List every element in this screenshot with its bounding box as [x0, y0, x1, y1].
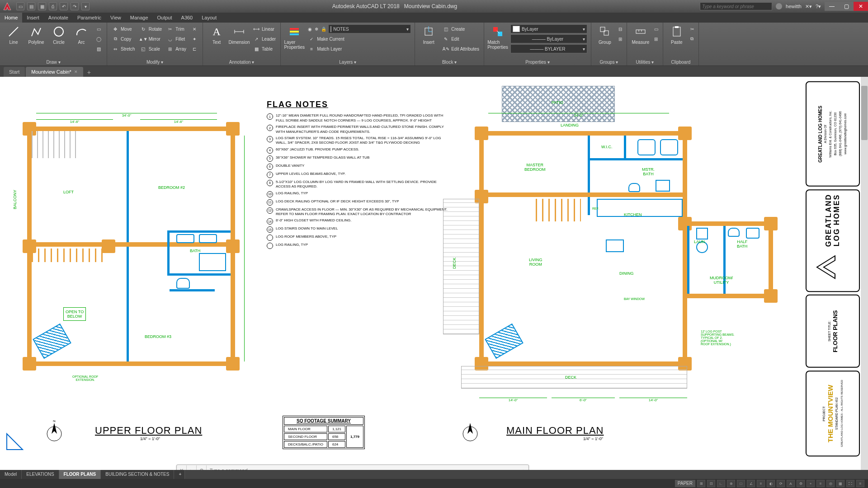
status-lwt-icon[interactable]: ≡: [757, 480, 765, 487]
qat-save-icon[interactable]: ▦: [38, 2, 46, 10]
status-annoscale-icon[interactable]: A: [787, 480, 795, 487]
panel-modify-title[interactable]: Modify ▾: [111, 59, 199, 66]
qat-open-icon[interactable]: ▤: [27, 2, 35, 10]
trim-button[interactable]: ✂Trim: [165, 24, 187, 33]
status-transparency-icon[interactable]: ◐: [767, 480, 775, 487]
help-search-input[interactable]: [700, 2, 772, 10]
ungroup-button[interactable]: ⊟: [618, 24, 623, 33]
arc-button[interactable]: Arc: [71, 24, 91, 45]
create-block-button[interactable]: ◫Create: [441, 24, 480, 33]
status-snap-icon[interactable]: ⊡: [707, 480, 715, 487]
move-button[interactable]: ✥Move: [111, 24, 136, 33]
panel-utilities-title[interactable]: Utilities ▾: [631, 59, 659, 66]
cut-button[interactable]: ✂: [689, 24, 695, 33]
qat-dropdown-icon[interactable]: ▾: [81, 2, 90, 10]
line-button[interactable]: Line: [4, 24, 24, 45]
status-clean-icon[interactable]: ⛶: [846, 480, 854, 487]
maximize-button[interactable]: ▢: [839, 2, 854, 11]
fillet-button[interactable]: ◡Fillet: [165, 34, 187, 43]
explode-button[interactable]: ✦: [190, 34, 199, 43]
panel-layers-title[interactable]: Layers ▾: [284, 59, 411, 66]
status-hardware-icon[interactable]: ▦: [836, 480, 844, 487]
table-button[interactable]: ▦Table: [252, 44, 277, 53]
tab-home[interactable]: Home: [0, 13, 22, 23]
status-customize-icon[interactable]: ≡: [856, 480, 864, 487]
help-icon[interactable]: ?▾: [816, 4, 821, 9]
leader-button[interactable]: ↗Leader: [252, 34, 277, 43]
layer-dropdown[interactable]: NOTES▾: [328, 24, 411, 33]
status-otrack-icon[interactable]: ∠: [747, 480, 755, 487]
tab-annotate[interactable]: Annotate: [44, 13, 73, 23]
layout-tab-floorplans[interactable]: FLOOR PLANS: [59, 470, 101, 479]
close-tab-icon[interactable]: ✕: [74, 70, 78, 74]
dimension-button[interactable]: Dimension: [229, 24, 249, 45]
qat-undo-icon[interactable]: ↶: [60, 2, 68, 10]
filetab-start[interactable]: Start: [4, 67, 25, 77]
status-cycling-icon[interactable]: ⟳: [777, 480, 785, 487]
select-button[interactable]: ▭: [653, 24, 659, 33]
tab-a360[interactable]: A360: [177, 13, 198, 23]
vertical-scrollbar[interactable]: [861, 77, 868, 470]
paste-button[interactable]: Paste: [667, 24, 687, 45]
minimize-button[interactable]: —: [825, 2, 839, 11]
lineweight-dropdown[interactable]: ——— ByLayer▾: [510, 34, 587, 43]
measure-button[interactable]: Measure: [631, 24, 651, 45]
status-osnap-icon[interactable]: □: [737, 480, 745, 487]
status-workspace-icon[interactable]: ⚙: [797, 480, 805, 487]
copy-button[interactable]: ⧉Copy: [111, 34, 136, 43]
exchange-icon[interactable]: ✕▾: [805, 4, 812, 9]
layout-tab-section[interactable]: BUILDING SECTION & NOTES: [101, 470, 174, 479]
match-layer-button[interactable]: ≡Match Layer: [307, 44, 411, 53]
tab-manage[interactable]: Manage: [126, 13, 153, 23]
make-current-button[interactable]: ✓Make Current: [307, 34, 411, 43]
ellipse-button[interactable]: ◯: [94, 34, 103, 43]
edit-block-button[interactable]: ✎Edit: [441, 34, 480, 43]
polyline-button[interactable]: Polyline: [26, 24, 46, 45]
panel-clipboard-title[interactable]: Clipboard: [667, 59, 695, 66]
tab-parametric[interactable]: Parametric: [73, 13, 106, 23]
layer-freeze-icon[interactable]: ❄: [314, 24, 319, 33]
tab-output[interactable]: Output: [153, 13, 177, 23]
add-tab-button[interactable]: +: [84, 68, 94, 77]
layer-properties-button[interactable]: Layer Properties: [284, 24, 304, 50]
qat-new-icon[interactable]: ▭: [16, 2, 24, 10]
tab-insert[interactable]: Insert: [22, 13, 44, 23]
scale-button[interactable]: ◱Scale: [139, 44, 163, 53]
tab-view[interactable]: View: [106, 13, 126, 23]
app-logo-icon[interactable]: [0, 0, 14, 13]
layer-lock-icon[interactable]: 🔒: [320, 24, 327, 33]
close-button[interactable]: ✕: [854, 2, 868, 11]
status-isolate-icon[interactable]: ◎: [826, 480, 835, 487]
status-space[interactable]: PAPER: [675, 480, 695, 487]
calc-button[interactable]: ⊞: [653, 34, 659, 43]
user-account[interactable]: hewitth ✕▾ ?▾: [776, 3, 821, 9]
rotate-button[interactable]: ↻Rotate: [139, 24, 163, 33]
panel-annotation-title[interactable]: Annotation ▾: [207, 59, 277, 66]
status-grid-icon[interactable]: ⊞: [697, 480, 705, 487]
match-properties-button[interactable]: Match Properties: [488, 24, 508, 50]
insert-button[interactable]: Insert: [419, 24, 439, 45]
linetype-dropdown[interactable]: ——— BYLAYER▾: [510, 44, 587, 53]
panel-groups-title[interactable]: Groups ▾: [595, 59, 623, 66]
linear-button[interactable]: ⟷Linear: [252, 24, 277, 33]
panel-block-title[interactable]: Block ▾: [419, 59, 480, 66]
layout-tab-add[interactable]: +: [174, 470, 185, 479]
filetab-current[interactable]: Mountview Cabin*✕: [26, 67, 83, 77]
mirror-button[interactable]: ▲▼Mirror: [139, 34, 163, 43]
color-dropdown[interactable]: ByLayer▾: [510, 24, 587, 33]
hatch-button[interactable]: ▨: [94, 44, 103, 53]
panel-properties-title[interactable]: Properties ▾: [488, 59, 587, 66]
status-units-icon[interactable]: ≡: [816, 480, 825, 487]
layout-tab-elevations[interactable]: ELEVATIONS: [22, 470, 59, 479]
qat-redo-icon[interactable]: ↷: [71, 2, 79, 10]
edit-attributes-button[interactable]: A✎Edit Attributes: [441, 44, 480, 53]
circle-button[interactable]: Circle: [49, 24, 69, 45]
layout-tab-model[interactable]: Model: [0, 470, 22, 479]
tab-layout[interactable]: Layout: [197, 13, 221, 23]
status-annomonitor-icon[interactable]: +: [807, 480, 815, 487]
status-polar-icon[interactable]: ⊕: [727, 480, 735, 487]
erase-button[interactable]: ✕: [190, 24, 199, 33]
group-edit-button[interactable]: ⊞: [618, 34, 623, 43]
rectangle-button[interactable]: ▭: [94, 24, 103, 33]
drawing-canvas[interactable]: LOFT BEDROOM #2 BEDROOM #3 BATH OPEN TO …: [0, 77, 868, 470]
